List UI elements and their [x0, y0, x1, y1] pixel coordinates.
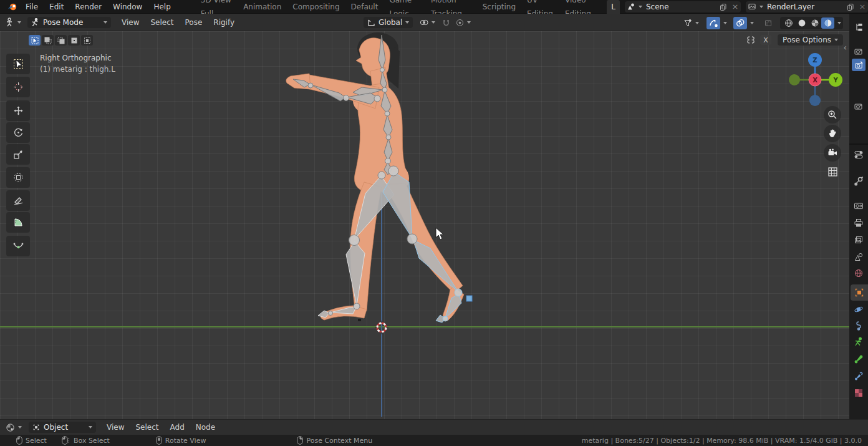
render-layer-icon[interactable] — [746, 2, 764, 11]
shading-dropdown[interactable] — [837, 22, 841, 24]
tab-tool-properties[interactable] — [854, 176, 864, 186]
tool-cursor[interactable] — [6, 77, 30, 97]
viewport-3d[interactable]: Right Orthographic (1) metarig : thigh.L… — [0, 31, 849, 419]
tab-object-properties-active[interactable] — [851, 284, 868, 301]
tab-compositing[interactable]: Compositing — [287, 0, 345, 14]
overlays-dropdown[interactable] — [750, 22, 754, 24]
cursor-3d — [375, 321, 388, 334]
navigation-gizmo[interactable]: Z Y X — [787, 52, 843, 108]
x-mirror-icon[interactable] — [745, 36, 756, 44]
select-mode-intersect[interactable] — [81, 35, 93, 46]
viewport-display-cluster — [682, 17, 843, 29]
menu-pose[interactable]: Pose — [180, 14, 208, 31]
tab-active-partial[interactable]: L — [607, 0, 620, 14]
object-filter-button[interactable] — [682, 17, 700, 29]
snap-magnet-icon[interactable] — [440, 17, 451, 28]
blender-logo-icon[interactable] — [7, 2, 17, 11]
properties-editor-icon[interactable] — [854, 150, 864, 160]
scene-selector: Scene × — [625, 1, 741, 12]
node-menu-select[interactable]: Select — [130, 420, 164, 434]
tab-constraint-properties[interactable] — [854, 321, 864, 331]
pivot-point-button[interactable] — [418, 17, 436, 28]
overlays-toggle[interactable] — [733, 17, 747, 29]
tab-bone-properties[interactable] — [854, 354, 864, 364]
menu-select[interactable]: Select — [145, 14, 179, 31]
camera-active-icon[interactable] — [852, 59, 866, 71]
scene-icon[interactable] — [625, 2, 644, 11]
svg-text:Y: Y — [832, 77, 838, 84]
shader-type-dropdown[interactable]: Object — [29, 422, 96, 433]
select-mode-set[interactable] — [29, 35, 41, 46]
tool-transform[interactable] — [6, 167, 30, 188]
pan-view-button[interactable] — [824, 125, 841, 142]
tab-texture-properties[interactable] — [854, 388, 864, 398]
menu-view[interactable]: View — [116, 14, 145, 31]
new-scene-icon[interactable] — [717, 3, 730, 11]
select-mode-subtract[interactable] — [55, 35, 67, 46]
proportional-editing-button[interactable] — [454, 17, 473, 28]
zoom-view-button[interactable] — [824, 106, 841, 124]
shading-mode-group — [780, 17, 843, 29]
tab-scripting[interactable]: Scripting — [477, 0, 521, 14]
outliner-editor-icon[interactable] — [854, 22, 864, 32]
tool-select-box[interactable] — [6, 54, 30, 74]
shader-editor-type-button[interactable] — [2, 420, 25, 434]
remove-layer-icon[interactable]: × — [857, 2, 868, 11]
menu-rigify[interactable]: Rigify — [208, 14, 240, 31]
render-layer-field[interactable]: RenderLayer — [764, 2, 844, 11]
menu-window[interactable]: Window — [107, 0, 148, 14]
tab-bone-constraint-properties[interactable] — [854, 371, 864, 381]
tab-animation[interactable]: Animation — [238, 0, 287, 14]
camera-view-button[interactable] — [824, 144, 841, 162]
topbar-menus: File Edit Render Window Help — [20, 0, 176, 14]
x-axis-button[interactable]: X — [760, 35, 771, 45]
node-menu-node[interactable]: Node — [190, 420, 221, 434]
pose-options-dropdown[interactable]: Pose Options — [778, 34, 843, 46]
shader-editor-header: Object View Select Add Node Slot + New — [0, 419, 868, 435]
unlink-scene-icon[interactable]: × — [730, 2, 741, 11]
shading-rendered-button[interactable] — [821, 17, 834, 29]
blender-window: File Edit Render Window Help 3D View Ful… — [0, 0, 868, 446]
shading-material-button[interactable] — [808, 17, 821, 29]
perspective-toggle-button[interactable] — [824, 163, 841, 180]
scene-statistics: metarig | Bones:5/27 | Objects:1/2 | Mem… — [582, 437, 862, 445]
select-mode-extend[interactable] — [42, 35, 54, 46]
tab-view-layer-properties[interactable] — [854, 235, 864, 245]
gizmos-dropdown[interactable] — [723, 22, 727, 24]
tab-scene-properties[interactable] — [854, 252, 864, 262]
scene-name-field[interactable]: Scene — [644, 2, 717, 11]
xray-toggle[interactable] — [761, 17, 775, 29]
tab-output-properties[interactable] — [854, 218, 864, 228]
tab-physics-properties[interactable] — [854, 304, 864, 314]
tab-default[interactable]: Default — [345, 0, 384, 14]
orientation-dropdown[interactable]: Global — [364, 17, 413, 28]
menu-edit[interactable]: Edit — [44, 0, 69, 14]
tab-object-data-properties[interactable] — [854, 337, 864, 347]
node-menu-view[interactable]: View — [101, 420, 130, 434]
camera-object-icon[interactable] — [854, 46, 864, 56]
tool-breakdowner[interactable] — [6, 236, 30, 256]
new-layer-icon[interactable] — [844, 3, 857, 11]
shading-solid-button[interactable] — [795, 17, 808, 29]
editor-type-button[interactable] — [2, 16, 24, 29]
character-model[interactable] — [249, 31, 486, 331]
select-mode-invert[interactable] — [68, 35, 80, 46]
tool-annotate[interactable] — [6, 190, 30, 211]
tool-scale[interactable] — [6, 144, 30, 165]
mode-dropdown[interactable]: Pose Mode — [27, 17, 111, 28]
menu-file[interactable]: File — [20, 0, 44, 14]
node-menu-add[interactable]: Add — [165, 420, 190, 434]
transform-cluster: Global — [364, 17, 473, 28]
viewport-header: Pose Mode View Select Pose Rigify Global — [0, 14, 849, 31]
menu-help[interactable]: Help — [148, 0, 176, 14]
tool-rotate[interactable] — [6, 122, 30, 143]
menu-render[interactable]: Render — [69, 0, 107, 14]
camera-object-icon-2[interactable] — [854, 101, 864, 111]
gizmos-toggle[interactable] — [706, 17, 720, 29]
tool-measure[interactable] — [6, 212, 30, 233]
sidebar-collapse-arrow[interactable]: ‹ — [843, 42, 847, 52]
tab-world-properties[interactable] — [854, 268, 864, 278]
shading-wireframe-button[interactable] — [782, 17, 795, 29]
tab-render-properties[interactable] — [854, 201, 864, 211]
tool-move[interactable] — [6, 100, 30, 121]
